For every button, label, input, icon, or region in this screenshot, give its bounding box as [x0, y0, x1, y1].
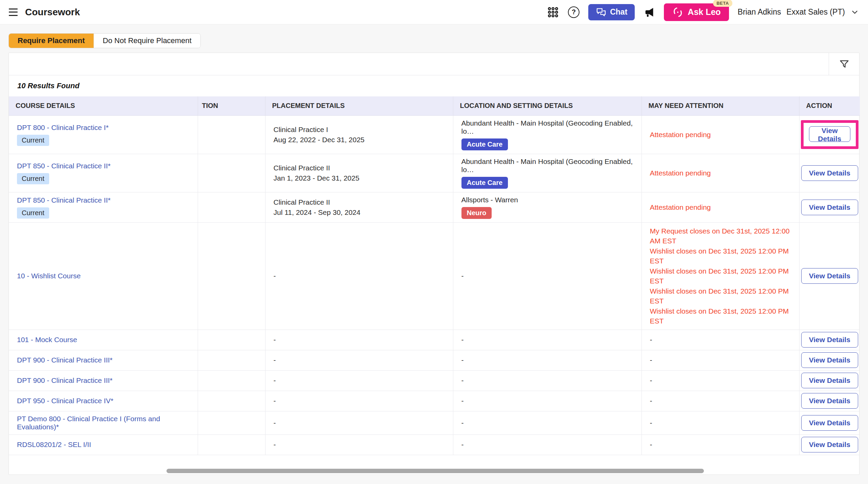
attention-line: Wishlist closes on Dec 31st, 2025 12:00 …	[650, 306, 791, 326]
announcements-megaphone-icon[interactable]	[644, 6, 655, 18]
view-details-button[interactable]: View Details	[809, 126, 851, 142]
filter-bar	[9, 53, 859, 75]
attention-text: Attestation pending	[650, 169, 711, 177]
col-duration: TION	[198, 96, 265, 115]
tab-require-placement[interactable]: Require Placement	[9, 34, 94, 48]
col-placement-details: PLACEMENT DETAILS	[265, 96, 453, 115]
attention-line: My Request closes on Dec 31st, 2025 12:0…	[650, 226, 791, 246]
chat-bubbles-icon	[596, 7, 607, 18]
col-course-details: COURSE DETAILS	[9, 96, 198, 115]
placement-tabs: Require Placement Do Not Require Placeme…	[8, 33, 201, 48]
chevron-down-icon	[850, 8, 859, 17]
results-count: 10 Results Found	[17, 81, 79, 90]
table-row: DPT 950 - Clinical Practice IV* - - - Vi…	[9, 391, 860, 411]
status-badge: Current	[17, 173, 49, 184]
placement-dates: Jan 1, 2023 - Dec 31, 2025	[274, 173, 445, 183]
location-name: Allsports - Warren	[461, 196, 633, 204]
placement-dates: Jul 11, 2024 - Sep 30, 2024	[274, 207, 445, 218]
course-link[interactable]: DPT 800 - Clinical Practice I*	[17, 124, 108, 132]
location-dash: -	[453, 222, 642, 330]
setting-badge: Acute Care	[461, 138, 508, 150]
funnel-icon	[839, 58, 850, 70]
attention-line: Wishlist closes on Dec 31st, 2025 12:00 …	[650, 266, 791, 286]
attention-line: Wishlist closes on Dec 31st, 2025 12:00 …	[650, 246, 791, 266]
table-row: RDSL08201/2 - SEL I/II - - - View Detail…	[9, 434, 860, 455]
help-icon[interactable]: ?	[568, 6, 579, 18]
setting-badge: Neuro	[461, 207, 492, 219]
page-title: Coursework	[25, 7, 80, 18]
placement-name: Clinical Practice II	[274, 163, 445, 173]
view-details-button[interactable]: View Details	[801, 268, 858, 284]
view-details-button[interactable]: View Details	[801, 332, 858, 348]
course-link[interactable]: DPT 900 - Clinical Practice III*	[17, 376, 113, 385]
tab-do-not-require-placement[interactable]: Do Not Require Placement	[94, 34, 200, 48]
table-header-row: COURSE DETAILS TION PLACEMENT DETAILS LO…	[9, 96, 860, 115]
placement-dash: -	[265, 222, 453, 330]
table-row: DPT 900 - Clinical Practice III* - - - V…	[9, 370, 860, 391]
attention-text: Attestation pending	[650, 203, 711, 211]
col-attention: MAY NEED ATTENTION	[642, 96, 799, 115]
course-link[interactable]: DPT 850 - Clinical Practice II*	[17, 196, 111, 204]
menu-icon[interactable]	[9, 8, 18, 16]
filter-button[interactable]	[829, 53, 859, 75]
user-organization: Exxat Sales (PT)	[786, 7, 845, 17]
status-badge: Current	[17, 207, 49, 219]
table-row: DPT 800 - Clinical Practice I* Current C…	[9, 115, 860, 154]
col-action: ACTION	[799, 96, 860, 115]
attention-line: Wishlist closes on Dec 31st, 2025 12:00 …	[650, 286, 791, 306]
location-name: Abundant Health - Main Hospital (Geocodi…	[461, 157, 633, 174]
placement-name: Clinical Practice II	[274, 197, 445, 207]
user-name: Brian Adkins	[738, 7, 781, 17]
view-details-button[interactable]: View Details	[801, 393, 858, 409]
view-details-button[interactable]: View Details	[801, 437, 858, 452]
course-link[interactable]: DPT 850 - Clinical Practice II*	[17, 162, 111, 170]
view-details-button[interactable]: View Details	[801, 415, 858, 431]
location-name: Abundant Health - Main Hospital (Geocodi…	[461, 119, 633, 135]
apps-grid-icon[interactable]	[547, 6, 559, 18]
top-header: Coursework ? Chat BETA	[0, 0, 868, 24]
course-link[interactable]: DPT 950 - Clinical Practice IV*	[17, 397, 113, 405]
course-link[interactable]: 101 - Mock Course	[17, 336, 77, 344]
beta-badge: BETA	[713, 0, 732, 7]
leo-logo-icon	[672, 6, 684, 18]
course-link[interactable]: 10 - Wishlist Course	[17, 272, 81, 280]
highlight-annotation-box: View Details	[801, 120, 859, 149]
status-badge: Current	[17, 135, 49, 146]
view-details-button[interactable]: View Details	[801, 352, 858, 368]
horizontal-scrollbar[interactable]	[166, 469, 704, 473]
placement-dates: Aug 22, 2022 - Dec 31, 2025	[274, 135, 445, 145]
chat-button[interactable]: Chat	[588, 4, 635, 20]
table-row: PT Demo 800 - Clinical Practice I (Forms…	[9, 411, 860, 434]
table-row: DPT 900 - Clinical Practice III* - - - V…	[9, 350, 860, 370]
coursework-table: COURSE DETAILS TION PLACEMENT DETAILS LO…	[9, 96, 860, 455]
view-details-button[interactable]: View Details	[801, 373, 858, 388]
user-menu[interactable]: Brian Adkins Exxat Sales (PT)	[738, 7, 859, 17]
col-location-setting: LOCATION AND SETTING DETAILS	[453, 96, 642, 115]
table-row: 101 - Mock Course - - - View Details	[9, 330, 860, 350]
course-link[interactable]: DPT 900 - Clinical Practice III*	[17, 356, 113, 364]
view-details-button[interactable]: View Details	[801, 200, 858, 215]
view-details-button[interactable]: View Details	[801, 165, 858, 181]
attention-text: Attestation pending	[650, 131, 711, 138]
table-row: DPT 850 - Clinical Practice II* Current …	[9, 192, 860, 222]
course-link[interactable]: PT Demo 800 - Clinical Practice I (Forms…	[17, 415, 190, 431]
table-row: DPT 850 - Clinical Practice II* Current …	[9, 154, 860, 192]
course-link[interactable]: RDSL08201/2 - SEL I/II	[17, 441, 91, 449]
setting-badge: Acute Care	[461, 177, 508, 189]
coursework-panel: 10 Results Found COURSE DETAILS TION PLA…	[8, 53, 860, 475]
placement-name: Clinical Practice I	[274, 125, 445, 135]
table-row: 10 - Wishlist Course - - My Request clos…	[9, 222, 860, 330]
